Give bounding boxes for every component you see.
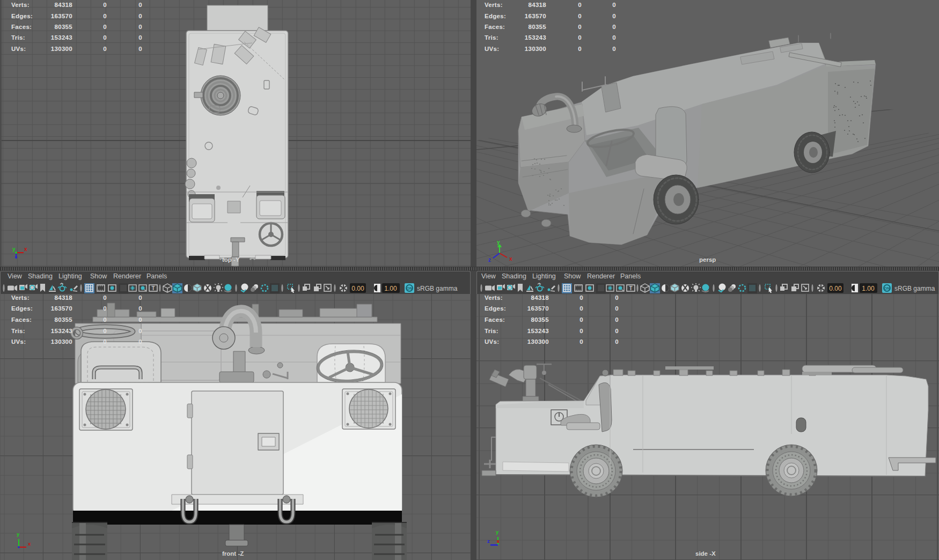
svg-text:x: x xyxy=(24,246,27,252)
svg-text:0.00: 0.00 xyxy=(829,285,842,292)
svg-text:T: T xyxy=(151,285,155,291)
svg-text:x: x xyxy=(509,256,512,262)
svg-text:sRGB gamma: sRGB gamma xyxy=(894,285,935,292)
svg-text:z: z xyxy=(487,538,490,544)
svg-text:sRGB gamma: sRGB gamma xyxy=(417,285,458,292)
svg-text:1.00: 1.00 xyxy=(384,285,397,292)
svg-text:y: y xyxy=(496,529,499,535)
svg-text:1.00: 1.00 xyxy=(862,285,875,292)
svg-text:ON: ON xyxy=(407,286,413,290)
svg-text:y: y xyxy=(17,531,20,537)
svg-text:0.00: 0.00 xyxy=(351,285,364,292)
svg-text:y: y xyxy=(497,240,500,245)
svg-text:y: y xyxy=(12,246,16,252)
svg-text:z: z xyxy=(488,257,491,263)
svg-text:x: x xyxy=(28,541,31,547)
svg-text:ON: ON xyxy=(884,286,890,290)
svg-text:T: T xyxy=(629,285,632,291)
